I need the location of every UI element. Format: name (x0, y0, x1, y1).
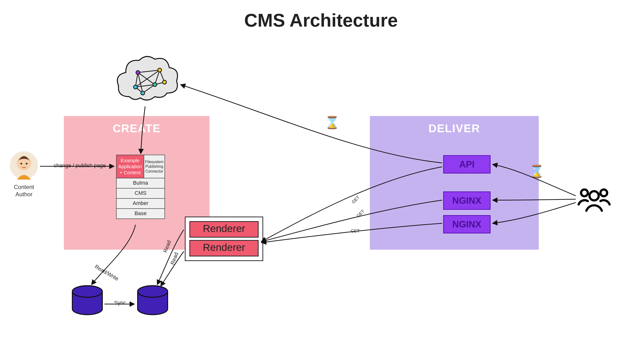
svg-point-20 (158, 68, 162, 72)
stack-fs-connector: Filesystem Publishing Connector (144, 155, 164, 178)
svg-point-25 (589, 191, 599, 200)
database-icon (71, 285, 104, 318)
edge-label-get-2: GET (356, 209, 366, 219)
edge-label-change-publish: change / publish page (54, 162, 106, 169)
svg-point-24 (141, 91, 145, 95)
hourglass-icon: ⌛ (325, 116, 340, 130)
cloud-network-icon (116, 56, 179, 106)
actor-content-author-label: ContentAuthor (9, 184, 40, 198)
stack-top-row: Example Application + Content Filesystem… (117, 155, 164, 178)
database-replica (136, 285, 169, 318)
deliver-box-api: API (443, 155, 491, 174)
stack-row-amber: Amber (117, 198, 164, 208)
edge-label-read-2: Read (169, 252, 179, 266)
svg-point-27 (600, 190, 607, 196)
renderer-group: Renderer Renderer (185, 216, 263, 261)
author-avatar-icon (10, 151, 38, 180)
diagram-title: CMS Architecture (0, 10, 642, 31)
svg-point-22 (153, 83, 157, 86)
renderer-box-2: Renderer (189, 240, 259, 256)
stack-row-base: Base (117, 208, 164, 218)
users-group-icon (577, 186, 611, 212)
hourglass-icon: ⌛ (529, 164, 544, 178)
database-primary (71, 285, 104, 318)
svg-point-21 (163, 80, 166, 84)
stack-row-cms: CMS (117, 188, 164, 198)
stack-row-bulma: Bulma (117, 178, 164, 188)
edge-label-read-write: Read/Write (94, 264, 120, 282)
svg-point-26 (581, 190, 588, 196)
edge-label-get-3: GET (351, 229, 360, 234)
svg-point-2 (21, 163, 22, 164)
svg-point-23 (134, 85, 137, 89)
deliver-box-nginx1: NGINX (443, 192, 491, 210)
actor-content-author: ContentAuthor (9, 151, 40, 198)
edge-label-sync: Sync (114, 300, 126, 306)
database-icon (136, 285, 169, 318)
create-stack: Example Application + Content Filesystem… (116, 155, 165, 219)
stack-example-app: Example Application + Content (117, 155, 144, 178)
edge-label-get-1: GET (351, 195, 361, 205)
svg-point-3 (26, 163, 28, 164)
renderer-box-1: Renderer (189, 221, 259, 238)
svg-point-19 (136, 70, 140, 74)
deliver-box-nginx2: NGINX (443, 215, 491, 234)
